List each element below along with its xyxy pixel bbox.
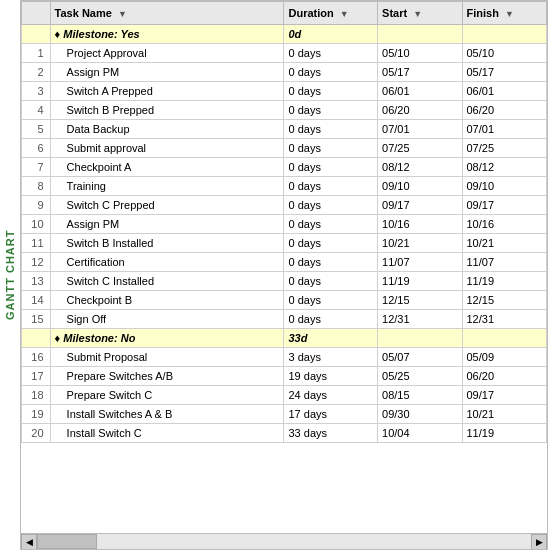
header-start[interactable]: Start ▼ [378,2,462,25]
task-finish: 09/17 [462,196,547,215]
task-finish: 11/19 [462,424,547,443]
task-sort-icon[interactable]: ▼ [118,9,127,19]
task-start: 08/15 [378,386,462,405]
milestone-yes-label: ♦ Milestone: Yes [50,25,284,44]
task-finish: 11/07 [462,253,547,272]
scroll-right-button[interactable]: ▶ [531,534,547,550]
duration-sort-icon[interactable]: ▼ [340,9,349,19]
task-finish: 09/17 [462,386,547,405]
task-finish: 10/21 [462,405,547,424]
task-finish: 09/10 [462,177,547,196]
task-finish: 06/01 [462,82,547,101]
task-duration: 0 days [284,44,378,63]
task-name: Submit approval [50,139,284,158]
milestone-no-label: ♦ Milestone: No [50,329,284,348]
task-start: 10/16 [378,215,462,234]
row-number: 7 [22,158,51,177]
task-name: Checkpoint A [50,158,284,177]
task-start: 05/10 [378,44,462,63]
table-wrapper: Task Name ▼ Duration ▼ Start ▼ Finish ▼ [21,1,547,533]
header-num [22,2,51,25]
scroll-left-button[interactable]: ◀ [21,534,37,550]
task-start: 07/01 [378,120,462,139]
task-duration: 0 days [284,196,378,215]
milestone-yes-start [378,25,462,44]
task-duration: 0 days [284,310,378,329]
row-number: 14 [22,291,51,310]
task-name: Checkpoint B [50,291,284,310]
row-number: 12 [22,253,51,272]
scroll-thumb[interactable] [37,534,97,549]
task-start: 11/19 [378,272,462,291]
task-name: Data Backup [50,120,284,139]
milestone-yes-row: ♦ Milestone: Yes 0d [22,25,547,44]
task-duration: 17 days [284,405,378,424]
table-row: 16 Submit Proposal 3 days 05/07 05/09 [22,348,547,367]
task-finish: 05/09 [462,348,547,367]
row-number: 5 [22,120,51,139]
row-number: 4 [22,101,51,120]
row-number: 16 [22,348,51,367]
task-name: Prepare Switch C [50,386,284,405]
header-task-name[interactable]: Task Name ▼ [50,2,284,25]
table-row: 15 Sign Off 0 days 12/31 12/31 [22,310,547,329]
row-number: 13 [22,272,51,291]
row-number: 1 [22,44,51,63]
table-row: 8 Training 0 days 09/10 09/10 [22,177,547,196]
task-duration: 19 days [284,367,378,386]
header-duration[interactable]: Duration ▼ [284,2,378,25]
start-sort-icon[interactable]: ▼ [413,9,422,19]
table-row: 7 Checkpoint A 0 days 08/12 08/12 [22,158,547,177]
task-name: Assign PM [50,215,284,234]
row-number: 11 [22,234,51,253]
task-start: 09/17 [378,196,462,215]
table-row: 18 Prepare Switch C 24 days 08/15 09/17 [22,386,547,405]
task-start: 07/25 [378,139,462,158]
row-number: 8 [22,177,51,196]
task-finish: 06/20 [462,101,547,120]
task-start: 09/30 [378,405,462,424]
row-number: 10 [22,215,51,234]
main-container: Task Name ▼ Duration ▼ Start ▼ Finish ▼ [20,0,548,550]
task-start: 11/07 [378,253,462,272]
task-finish: 08/12 [462,158,547,177]
task-start: 12/15 [378,291,462,310]
table-row: 4 Switch B Prepped 0 days 06/20 06/20 [22,101,547,120]
task-name: Install Switch C [50,424,284,443]
task-start: 10/04 [378,424,462,443]
task-name: Switch B Prepped [50,101,284,120]
task-finish: 06/20 [462,367,547,386]
header-finish[interactable]: Finish ▼ [462,2,547,25]
task-start: 08/12 [378,158,462,177]
task-duration: 0 days [284,82,378,101]
task-start: 12/31 [378,310,462,329]
milestone-yes-num [22,25,51,44]
task-duration: 33 days [284,424,378,443]
row-number: 19 [22,405,51,424]
scroll-track[interactable] [37,534,531,549]
task-name: Submit Proposal [50,348,284,367]
task-duration: 0 days [284,291,378,310]
task-name: Prepare Switches A/B [50,367,284,386]
task-name: Training [50,177,284,196]
task-finish: 07/01 [462,120,547,139]
milestone-yes-finish [462,25,547,44]
table-row: 10 Assign PM 0 days 10/16 10/16 [22,215,547,234]
row-number: 3 [22,82,51,101]
task-duration: 24 days [284,386,378,405]
table-row: 14 Checkpoint B 0 days 12/15 12/15 [22,291,547,310]
task-name: Switch A Prepped [50,82,284,101]
horizontal-scrollbar[interactable]: ◀ ▶ [21,533,547,549]
row-number: 18 [22,386,51,405]
table-row: 6 Submit approval 0 days 07/25 07/25 [22,139,547,158]
milestone-no-row: ♦ Milestone: No 33d [22,329,547,348]
task-duration: 0 days [284,272,378,291]
table-row: 9 Switch C Prepped 0 days 09/17 09/17 [22,196,547,215]
task-finish: 05/10 [462,44,547,63]
finish-sort-icon[interactable]: ▼ [505,9,514,19]
row-number: 6 [22,139,51,158]
task-duration: 0 days [284,253,378,272]
task-duration: 0 days [284,158,378,177]
milestone-no-duration: 33d [284,329,378,348]
task-start: 05/07 [378,348,462,367]
